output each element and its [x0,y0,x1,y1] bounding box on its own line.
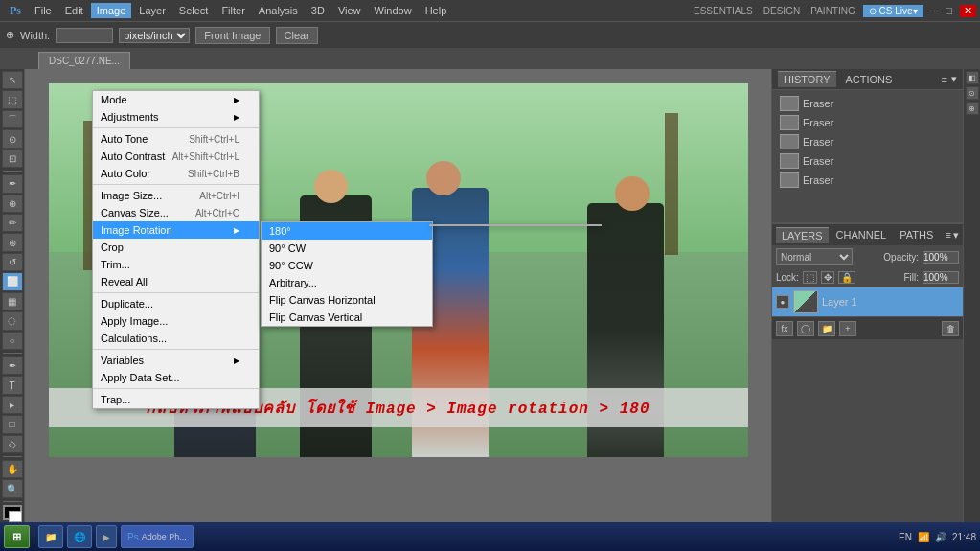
lock-all-icon[interactable]: 🔒 [838,271,855,284]
units-select[interactable]: pixels/inch [119,28,190,43]
add-style-btn[interactable]: fx [776,321,793,336]
variables-menu-item[interactable]: Variables [93,352,259,369]
crop-tool[interactable]: ⊡ [2,149,23,168]
flip-horizontal-item[interactable]: Flip Canvas Horizontal [262,291,432,309]
restore-btn[interactable]: □ [946,5,952,16]
start-button[interactable]: ⊞ [4,525,30,548]
add-mask-btn[interactable]: ◯ [797,321,814,336]
history-tab[interactable]: HISTORY [778,71,836,87]
taskbar-explorer[interactable]: 📁 [38,525,63,548]
list-item[interactable]: Eraser [776,94,959,113]
list-item[interactable]: Eraser [776,171,959,190]
zoom-tool[interactable]: 🔍 [2,479,23,497]
image-size-menu-item[interactable]: Image Size... Alt+Ctrl+I [93,187,259,204]
layers-panel-menu[interactable]: ≡ [946,229,951,241]
eraser-tool[interactable]: ⬜ [2,272,23,290]
apply-image-menu-item[interactable]: Apply Image... [93,312,259,330]
auto-color-menu-item[interactable]: Auto Color Shift+Ctrl+B [93,165,259,182]
clone-tool[interactable]: ⊛ [2,233,23,251]
menu-image[interactable]: Image [91,3,132,18]
layers-tab[interactable]: LAYERS [776,227,829,243]
cs-live-btn[interactable]: ⊙ CS Live▾ [863,5,923,17]
document-tab[interactable]: DSC_0277.NE... [38,52,130,69]
delete-layer-btn[interactable]: 🗑 [942,321,959,336]
menu-file[interactable]: File [29,3,57,18]
marquee-tool[interactable]: ⬚ [2,90,23,108]
auto-contrast-menu-item[interactable]: Auto Contrast Alt+Shift+Ctrl+L [93,148,259,165]
reveal-all-menu-item[interactable]: Reveal All [93,273,259,290]
quick-select-tool[interactable]: ⊙ [2,129,23,148]
list-item[interactable]: Eraser [776,132,959,151]
menu-edit[interactable]: Edit [59,3,89,18]
adjustments-menu-item[interactable]: Adjustments [93,108,259,126]
duplicate-menu-item[interactable]: Duplicate... [93,295,259,312]
crop-menu-item[interactable]: Crop [93,239,259,256]
layer-item[interactable]: ● Layer 1 [772,287,963,316]
type-tool[interactable]: T [2,376,23,394]
flip-vertical-item[interactable]: Flip Canvas Vertical [262,309,432,326]
list-item[interactable]: Eraser [776,151,959,171]
menu-3d[interactable]: 3D [306,3,330,18]
3d-tool[interactable]: ◇ [2,435,23,453]
brush-tool[interactable]: ✏ [2,214,23,232]
panel-toggle-2[interactable]: ⊙ [966,86,979,100]
new-layer-btn[interactable]: + [839,321,856,336]
history-panel-menu[interactable]: ≡ [942,74,947,85]
panel-toggle-3[interactable]: ⊕ [966,102,979,115]
dodge-tool[interactable]: ○ [2,332,23,350]
menu-analysis[interactable]: Analysis [253,3,304,18]
healing-tool[interactable]: ⊕ [2,195,23,213]
rotate-180-item[interactable]: 180° [262,222,432,240]
paths-tab[interactable]: PATHS [894,227,939,242]
minimize-btn[interactable]: ─ [931,5,939,16]
hand-tool[interactable]: ✋ [2,460,23,478]
panel-toggle-1[interactable]: ◧ [966,71,979,84]
shape-tool[interactable]: □ [2,415,23,433]
history-panel-collapse[interactable]: ▾ [951,73,957,85]
move-tool[interactable]: ↖ [2,71,23,89]
taskbar-photoshop[interactable]: Ps Adobe Ph... [121,525,194,548]
history-brush-tool[interactable]: ↺ [2,253,23,271]
apply-dataset-menu-item[interactable]: Apply Data Set... [93,369,259,386]
menu-layer[interactable]: Layer [133,3,171,18]
menu-filter[interactable]: Filter [216,3,250,18]
taskbar-ie[interactable]: 🌐 [67,525,92,548]
opacity-input[interactable] [923,251,959,264]
blur-tool[interactable]: ◌ [2,311,23,330]
lasso-tool[interactable]: ⌒ [2,110,23,128]
menu-select[interactable]: Select [173,3,215,18]
foreground-color[interactable] [3,505,22,520]
actions-tab[interactable]: ACTIONS [840,72,899,87]
path-select-tool[interactable]: ▸ [2,396,23,414]
rotate-arbitrary-item[interactable]: Arbitrary... [262,274,432,291]
pen-tool[interactable]: ✒ [2,356,23,375]
menu-window[interactable]: Window [369,3,418,18]
canvas-size-menu-item[interactable]: Canvas Size... Alt+Ctrl+C [93,204,259,221]
blend-mode-select[interactable]: Normal [776,248,853,265]
calculations-menu-item[interactable]: Calculations... [93,330,259,347]
rotate-90cw-item[interactable]: 90° CW [262,240,432,257]
fill-input[interactable] [923,271,959,284]
auto-tone-menu-item[interactable]: Auto Tone Shift+Ctrl+L [93,130,259,148]
menu-help[interactable]: Help [420,3,453,18]
trap-menu-item[interactable]: Trap... [93,391,259,408]
front-image-button[interactable]: Front Image [195,27,269,44]
taskbar-media[interactable]: ▶ [96,525,117,548]
trim-menu-item[interactable]: Trim... [93,256,259,273]
new-group-btn[interactable]: 📁 [818,321,835,336]
layers-panel-collapse[interactable]: ▾ [953,229,959,241]
eyedropper-tool[interactable]: ✒ [2,174,23,193]
channel-tab[interactable]: CHANNEL [831,227,893,242]
clear-button[interactable]: Clear [276,27,318,44]
close-btn[interactable]: ✕ [960,5,976,17]
mode-menu-item[interactable]: Mode [93,91,259,108]
list-item[interactable]: Eraser [776,113,959,132]
image-rotation-menu-item[interactable]: Image Rotation 180° 90° CW 90° CCW Arbit… [93,221,259,239]
layer-visibility-toggle[interactable]: ● [776,295,789,309]
menu-view[interactable]: View [332,3,367,18]
lock-move-icon[interactable]: ✥ [821,271,834,284]
width-input[interactable] [56,28,113,43]
gradient-tool[interactable]: ▦ [2,292,23,310]
lock-pixel-icon[interactable]: ⬚ [803,271,817,284]
rotate-90ccw-item[interactable]: 90° CCW [262,257,432,274]
